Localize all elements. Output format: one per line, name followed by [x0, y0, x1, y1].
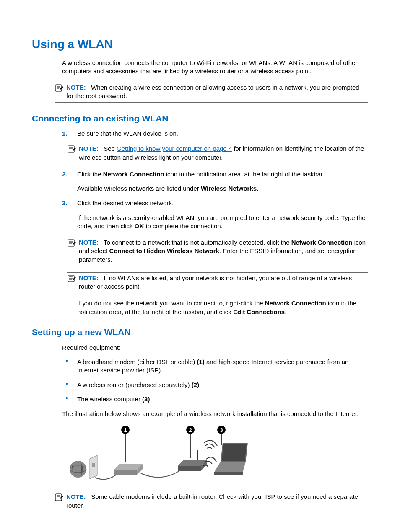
- note-icon: [55, 493, 64, 503]
- svg-rect-4: [68, 146, 74, 152]
- note-box-device-location: NOTE: See Getting to know your computer …: [67, 143, 368, 164]
- note-text-pre: See: [104, 145, 117, 152]
- page-title: Using a WLAN: [32, 38, 368, 51]
- note-label: NOTE:: [79, 274, 99, 281]
- section-title-setup: Setting up a new WLAN: [32, 327, 368, 337]
- required-equipment-label: Required equipment:: [62, 343, 368, 352]
- note-text: If no WLANs are listed, and your network…: [79, 274, 352, 290]
- svg-rect-27: [92, 463, 95, 467]
- note-label: NOTE:: [79, 239, 99, 246]
- network-illustration: 1 2 3: [70, 424, 368, 486]
- svg-rect-0: [55, 85, 62, 91]
- step-3: 3. Click the desired wireless network. I…: [62, 199, 368, 316]
- svg-rect-28: [114, 470, 137, 475]
- note-icon: [55, 84, 64, 93]
- svg-rect-32: [55, 494, 62, 501]
- note-label: NOTE:: [66, 493, 86, 500]
- bullet-computer: The wireless computer (3): [62, 395, 368, 403]
- svg-text:1: 1: [124, 427, 127, 433]
- svg-rect-31: [178, 466, 201, 471]
- note-icon: [67, 145, 76, 155]
- section-title-connecting: Connecting to an existing WLAN: [32, 114, 368, 124]
- step-number: 3.: [62, 199, 68, 207]
- svg-point-25: [70, 461, 86, 478]
- note-label: NOTE:: [79, 145, 99, 152]
- note-box-builtin-router: NOTE: Some cable modems include a built-…: [55, 491, 368, 512]
- note-text: Some cable modems include a built-in rou…: [66, 493, 358, 509]
- post-note-para: If you do not see the network you want t…: [77, 299, 368, 316]
- step-text: Be sure that the WLAN device is on.: [77, 130, 178, 137]
- intro-paragraph: A wireless connection connects the compu…: [62, 59, 368, 76]
- note-box-no-wlans: NOTE: If no WLANs are listed, and your n…: [67, 272, 368, 294]
- step-1: 1. Be sure that the WLAN device is on. N…: [62, 129, 368, 164]
- note-icon: [67, 239, 76, 249]
- note-box-hidden-network: NOTE: To connect to a network that is no…: [67, 237, 368, 266]
- step-number: 2.: [62, 170, 68, 178]
- bullet-router: A wireless router (purchased separately)…: [62, 381, 368, 389]
- note-icon: [67, 274, 76, 285]
- step-text: Click the Network Connection icon in the…: [77, 170, 324, 178]
- note-text: When creating a wireless connection or a…: [66, 84, 359, 99]
- note-label: NOTE:: [66, 84, 86, 91]
- step-para: Available wireless networks are listed u…: [77, 184, 368, 193]
- svg-text:2: 2: [189, 427, 192, 433]
- svg-rect-8: [68, 240, 74, 246]
- note-box-root-password: NOTE: When creating a wireless connectio…: [55, 82, 368, 103]
- step-2: 2. Click the Network Connection icon in …: [62, 170, 368, 193]
- link-getting-to-know[interactable]: Getting to know your computer on page 4: [117, 145, 232, 152]
- step-number: 1.: [62, 129, 68, 138]
- bullet-modem: A broadband modem (either DSL or cable) …: [62, 358, 368, 375]
- step-text: Click the desired wireless network.: [77, 199, 174, 207]
- step-para: If the network is a security-enabled WLA…: [77, 214, 368, 231]
- svg-text:3: 3: [220, 427, 223, 433]
- svg-rect-12: [68, 275, 74, 282]
- illustration-caption: The illustration below shows an example …: [62, 410, 368, 418]
